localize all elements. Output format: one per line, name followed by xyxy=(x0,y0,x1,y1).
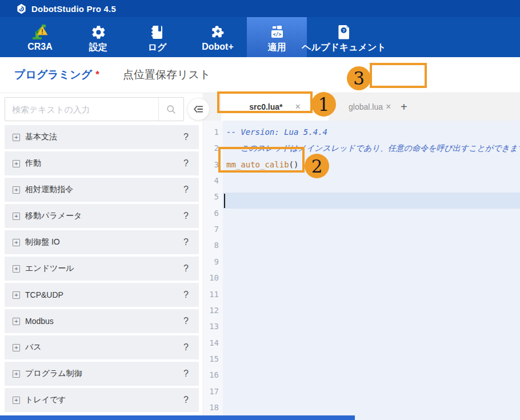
command-category-label: 相対運動指令 xyxy=(25,185,73,195)
expand-plus-icon[interactable]: + xyxy=(13,370,20,378)
command-category-item[interactable]: + エンドツール ? xyxy=(5,257,199,281)
line-number: 10 xyxy=(205,270,219,286)
help-question-mark[interactable]: ? xyxy=(183,263,189,274)
help-question-mark[interactable]: ? xyxy=(183,132,189,142)
line-number: 3 xyxy=(205,157,219,173)
command-category-item[interactable]: + TCP&UDP ? xyxy=(5,283,199,307)
command-category-label: 移動パラメータ xyxy=(25,211,82,221)
nav-item-log[interactable]: ログ xyxy=(134,17,180,57)
nav-item-settings[interactable]: 設定 xyxy=(75,17,121,57)
dobot-logo-icon xyxy=(16,3,27,14)
line-number: 1 xyxy=(205,124,219,140)
search-input[interactable] xyxy=(5,105,158,114)
help-question-mark[interactable]: ? xyxy=(183,316,189,326)
nav-item-help-docs[interactable]: ? ヘルプドキュメント xyxy=(307,17,381,57)
line-number: 5 xyxy=(205,189,219,205)
log-book-icon xyxy=(150,23,165,41)
command-category-item[interactable]: + トレイです ? xyxy=(5,388,199,412)
expand-plus-icon[interactable]: + xyxy=(13,291,20,299)
line-number: 17 xyxy=(205,383,219,399)
line-number: 4 xyxy=(205,173,219,189)
nav-item-dobot-plus[interactable]: Dobot+ xyxy=(193,17,242,57)
command-category-label: Modbus xyxy=(25,317,54,326)
main-nav: CR3A 設定 ログ Dob xyxy=(0,17,520,57)
code-area[interactable]: 1 2 3 4 5 6 7 8 9 10 11 12 xyxy=(204,121,520,420)
expand-plus-icon[interactable]: + xyxy=(13,160,20,167)
line-number: 7 xyxy=(205,221,219,237)
expand-plus-icon[interactable]: + xyxy=(13,397,20,404)
editor-tab-src0[interactable]: src0.lua* × xyxy=(221,93,329,121)
expand-plus-icon[interactable]: + xyxy=(13,318,20,325)
nav-label: ログ xyxy=(148,42,167,54)
close-icon[interactable]: × xyxy=(386,93,391,121)
text-cursor xyxy=(224,194,225,208)
editor-tab-global-label: global.lua xyxy=(349,102,383,111)
editor-tab-bar: src0.lua* × global.lua × + xyxy=(204,93,520,121)
nav-item-apply[interactable]: </> 適用 xyxy=(247,17,307,57)
search-button[interactable] xyxy=(158,98,183,121)
command-category-item[interactable]: + プログラム制御 ? xyxy=(5,362,199,386)
expand-plus-icon[interactable]: + xyxy=(13,134,20,141)
current-line-highlight xyxy=(223,193,520,209)
tab-point-list[interactable]: 点位置保存リスト xyxy=(123,57,210,93)
command-category-label: バス xyxy=(25,342,42,353)
puzzle-plus-icon xyxy=(210,23,226,41)
app-title: DobotStudio Pro 4.5 xyxy=(31,4,116,14)
nav-label: 設定 xyxy=(89,42,107,54)
help-question-mark[interactable]: ? xyxy=(183,211,189,221)
command-category-item[interactable]: + 相対運動指令 ? xyxy=(5,178,199,202)
view-toolbar: プログラミング * 点位置保存リスト D デバッグ 実行 停止 xyxy=(0,57,520,93)
command-category-label: 制御盤 IO xyxy=(25,237,60,247)
search-box xyxy=(5,97,184,121)
code-editor: src0.lua* × global.lua × + 1 2 3 4 5 6 7 xyxy=(204,93,520,420)
nav-label: Dobot+ xyxy=(202,42,234,52)
command-category-label: プログラム制御 xyxy=(25,369,82,379)
gear-icon xyxy=(91,23,106,41)
line-number: 16 xyxy=(205,367,219,383)
nav-label: ヘルプドキュメント xyxy=(302,42,386,54)
command-category-label: トレイです xyxy=(25,395,66,405)
collapse-sidebar-button[interactable] xyxy=(187,98,210,121)
command-category-item[interactable]: + バス ? xyxy=(5,335,199,359)
command-category-item[interactable]: + 移動パラメータ ? xyxy=(5,204,199,228)
add-tab-icon[interactable]: + xyxy=(401,93,407,121)
command-category-item[interactable]: + 作動 ? xyxy=(5,151,199,175)
nav-item-robot-cr3a[interactable]: CR3A xyxy=(17,17,63,57)
code-line-1: -- Version: Lua 5.4.4 xyxy=(226,124,327,140)
command-category-item[interactable]: + 基本文法 ? xyxy=(5,125,199,149)
help-question-mark[interactable]: ? xyxy=(183,158,189,169)
command-category-item[interactable]: + 制御盤 IO ? xyxy=(5,230,199,254)
bottom-accent-bar xyxy=(0,415,355,420)
help-question-mark[interactable]: ? xyxy=(183,237,189,247)
expand-plus-icon[interactable]: + xyxy=(13,344,20,351)
command-category-item[interactable]: + Modbus ? xyxy=(5,309,199,333)
robot-arm-warning-icon xyxy=(30,23,50,41)
help-question-mark[interactable]: ? xyxy=(183,185,189,195)
line-number: 14 xyxy=(205,335,219,351)
command-category-label: TCP&UDP xyxy=(25,290,63,299)
tab-programming-label: プログラミング xyxy=(14,67,92,82)
collapse-sidebar-icon xyxy=(193,103,204,115)
command-category-list: + 基本文法 ? + 作動 ? + 相対運動指令 ? + 移動パラメータ ? xyxy=(0,125,203,414)
expand-plus-icon[interactable]: + xyxy=(13,213,20,220)
help-question-mark[interactable]: ? xyxy=(183,395,189,405)
help-question-mark[interactable]: ? xyxy=(183,342,189,353)
tab-programming[interactable]: プログラミング * xyxy=(14,57,99,93)
line-number: 8 xyxy=(205,237,219,253)
expand-plus-icon[interactable]: + xyxy=(13,265,20,273)
line-number: 9 xyxy=(205,254,219,270)
command-category-label: 作動 xyxy=(25,158,41,169)
nav-label: 適用 xyxy=(268,42,286,54)
line-number: 18 xyxy=(205,399,219,415)
help-question-mark[interactable]: ? xyxy=(183,369,189,379)
line-number: 15 xyxy=(205,351,219,367)
code-line-2: -- このスレッドはメインスレッドであり、任意の命令を呼び出すことができます xyxy=(226,140,520,156)
close-icon[interactable]: × xyxy=(295,102,301,112)
command-category-label: 基本文法 xyxy=(25,132,57,142)
svg-text:</>: </> xyxy=(273,32,281,37)
expand-plus-icon[interactable]: + xyxy=(13,239,20,246)
expand-plus-icon[interactable]: + xyxy=(13,186,20,194)
help-document-icon: ? xyxy=(337,23,351,41)
help-question-mark[interactable]: ? xyxy=(183,290,189,300)
search-icon xyxy=(166,105,176,114)
